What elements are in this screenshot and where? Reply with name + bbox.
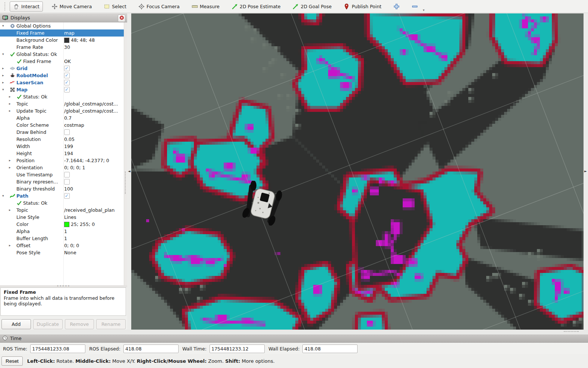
- property-value[interactable]: -7.1644; -4.2377; 0: [64, 157, 109, 164]
- enabled-checkbox[interactable]: [64, 129, 70, 135]
- tree-row-alpha[interactable]: Alpha1: [0, 228, 124, 235]
- property-value[interactable]: 0.7: [64, 114, 72, 122]
- expander-icon[interactable]: ▸: [9, 93, 11, 100]
- right-panel-strip[interactable]: ►: [584, 13, 588, 330]
- expander-icon[interactable]: ▾: [2, 22, 4, 29]
- tool-select-button[interactable]: Select: [100, 1, 130, 12]
- tool-focus-camera-button[interactable]: Focus Camera: [135, 1, 183, 12]
- tree-row-map[interactable]: ▾Map: [0, 86, 124, 93]
- wall-time-input[interactable]: [210, 345, 265, 353]
- tree-row-fixed-frame[interactable]: Fixed FrameOK: [0, 58, 124, 65]
- time-panel-header[interactable]: Time: [0, 334, 588, 343]
- tree-row-width[interactable]: Width199: [0, 143, 124, 150]
- expander-icon[interactable]: ▸: [2, 79, 4, 86]
- ros-elapsed-input[interactable]: [123, 345, 179, 353]
- tree-row-global-options[interactable]: ▾Global Options: [0, 22, 124, 29]
- tool-remove-tool-button[interactable]: [408, 1, 421, 12]
- property-value[interactable]: /global_costmap/cost...: [64, 107, 118, 114]
- enabled-checkbox[interactable]: [64, 80, 70, 85]
- displays-panel-titlebar[interactable]: Displays: [0, 13, 127, 22]
- property-value[interactable]: 194: [64, 150, 73, 157]
- add-button[interactable]: Add: [1, 319, 31, 329]
- tree-row-update-topic[interactable]: ▸Update Topic/global_costmap/cost...: [0, 107, 124, 114]
- tree-row-status-ok[interactable]: Status: Ok: [0, 199, 124, 207]
- property-value[interactable]: 0.05: [64, 136, 75, 143]
- enabled-checkbox[interactable]: [64, 66, 70, 71]
- tree-row-laserscan[interactable]: ▸LaserScan: [0, 79, 124, 86]
- enabled-checkbox[interactable]: [64, 179, 70, 185]
- collapse-left-icon[interactable]: ◄: [128, 169, 131, 173]
- tree-row-resolution[interactable]: Resolution0.05: [0, 136, 124, 143]
- panel-viewport-splitter[interactable]: ◄: [127, 13, 131, 330]
- wall-elapsed-input[interactable]: [302, 345, 358, 353]
- property-value[interactable]: 30: [64, 44, 70, 51]
- expander-icon[interactable]: ▸: [9, 107, 11, 114]
- tree-row-pose-style[interactable]: Pose StyleNone: [0, 249, 124, 256]
- expander-icon[interactable]: ▾: [2, 192, 4, 199]
- tool-measure-button[interactable]: Measure: [188, 1, 223, 12]
- tree-row-alpha[interactable]: Alpha0.7: [0, 114, 124, 122]
- tool-interact-button[interactable]: Interact: [10, 1, 43, 12]
- property-value[interactable]: 199: [64, 143, 73, 150]
- tree-row-robotmodel[interactable]: ▸RobotModel: [0, 72, 124, 79]
- tree-row-fixed-frame[interactable]: Fixed Framemap: [0, 29, 124, 37]
- expander-icon[interactable]: ▸: [9, 100, 11, 107]
- tool-2d-pose-estimate-button[interactable]: 2D Pose Estimate: [228, 1, 284, 12]
- property-value[interactable]: 48; 48; 48: [71, 37, 95, 44]
- toolbar-drag-handle[interactable]: [4, 2, 7, 10]
- expander-icon[interactable]: ▸: [9, 164, 11, 171]
- tree-row-color[interactable]: Color25; 255; 0: [0, 221, 124, 228]
- property-value[interactable]: 25; 255; 0: [71, 221, 95, 228]
- toolbar-overflow-caret[interactable]: ▾: [423, 8, 425, 13]
- tree-scrollbar[interactable]: [124, 22, 127, 285]
- property-value[interactable]: Lines: [64, 214, 76, 221]
- property-value[interactable]: 1: [64, 235, 67, 242]
- ros-time-input[interactable]: [30, 345, 85, 353]
- expander-icon[interactable]: ▾: [2, 86, 4, 93]
- expander-icon[interactable]: ▸: [2, 65, 4, 72]
- property-value[interactable]: OK: [64, 58, 71, 65]
- tree-row-orientation[interactable]: ▸Orientation0; 0; 0; 1: [0, 164, 124, 171]
- tree-row-offset[interactable]: ▸Offset0; 0; 0: [0, 242, 124, 249]
- tree-row-background-color[interactable]: Background Color48; 48; 48: [0, 37, 124, 44]
- tool-move-camera-button[interactable]: Move Camera: [48, 1, 95, 12]
- property-value[interactable]: map: [64, 29, 75, 37]
- tree-row-path[interactable]: ▾Path: [0, 192, 124, 199]
- tree-row-binary-represen[interactable]: Binary represen…: [0, 178, 124, 185]
- reset-button[interactable]: Reset: [1, 356, 23, 366]
- tree-row-frame-rate[interactable]: Frame Rate30: [0, 44, 124, 51]
- tool-add-tool-button[interactable]: [390, 1, 403, 12]
- viewport-time-splitter[interactable]: [0, 330, 588, 334]
- tree-row-use-timestamp[interactable]: Use Timestamp: [0, 171, 124, 178]
- enabled-checkbox[interactable]: [64, 172, 70, 177]
- tree-row-color-scheme[interactable]: Color Schemecostmap: [0, 122, 124, 129]
- tree-row-height[interactable]: Height194: [0, 150, 124, 157]
- tree-row-binary-threshold[interactable]: Binary threshold100: [0, 185, 124, 192]
- tree-row-draw-behind[interactable]: Draw Behind: [0, 129, 124, 136]
- expander-icon[interactable]: ▾: [2, 51, 4, 58]
- tree-row-line-style[interactable]: Line StyleLines: [0, 214, 124, 221]
- tree-row-global-status-ok[interactable]: ▾Global Status: Ok: [0, 51, 124, 58]
- expander-icon[interactable]: ▸: [9, 157, 11, 164]
- 3d-viewport[interactable]: [131, 13, 584, 330]
- tool-publish-point-button[interactable]: Publish Point: [340, 1, 385, 12]
- expander-icon[interactable]: ▸: [9, 207, 11, 214]
- property-value[interactable]: 1: [64, 228, 67, 235]
- expander-icon[interactable]: ▸: [9, 242, 11, 249]
- expander-icon[interactable]: ▸: [2, 72, 4, 79]
- tree-row-topic[interactable]: ▸Topic/global_costmap/cost...: [0, 100, 124, 107]
- tree-row-grid[interactable]: ▸Grid: [0, 65, 124, 72]
- property-value[interactable]: costmap: [64, 122, 84, 129]
- costmap-render[interactable]: [131, 13, 584, 330]
- expand-right-icon[interactable]: ►: [584, 169, 587, 173]
- tree-row-topic[interactable]: ▸Topic/received_global_plan: [0, 207, 124, 214]
- property-value[interactable]: 0; 0; 0; 1: [64, 164, 85, 171]
- color-swatch[interactable]: [64, 38, 69, 43]
- property-value[interactable]: 100: [64, 185, 73, 192]
- tool-2d-goal-pose-button[interactable]: 2D Goal Pose: [289, 1, 335, 12]
- tree-row-buffer-length[interactable]: Buffer Length1: [0, 235, 124, 242]
- enabled-checkbox[interactable]: [64, 73, 70, 78]
- enabled-checkbox[interactable]: [64, 193, 70, 199]
- tree-row-status-ok[interactable]: ▸Status: Ok: [0, 93, 124, 100]
- property-value[interactable]: /received_global_plan: [64, 207, 114, 214]
